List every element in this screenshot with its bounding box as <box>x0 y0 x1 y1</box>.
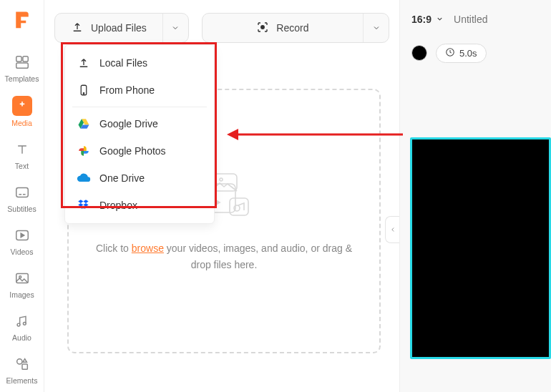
left-sidebar: Templates Media Text Subtitles Videos Im… <box>0 0 44 392</box>
sidebar-item-text[interactable]: Text <box>0 134 44 177</box>
audio-icon <box>13 312 31 330</box>
svg-rect-0 <box>16 57 21 62</box>
svg-point-9 <box>23 322 26 325</box>
project-title-input[interactable] <box>454 14 518 25</box>
browse-link[interactable]: browse <box>132 242 164 254</box>
text-icon <box>13 140 31 159</box>
record-dropdown-toggle[interactable] <box>363 14 389 42</box>
record-label: Record <box>276 22 308 34</box>
sidebar-item-label: Audio <box>12 333 31 342</box>
record-icon <box>256 21 269 36</box>
menu-item-one-drive[interactable]: One Drive <box>65 165 214 192</box>
onedrive-icon <box>77 171 91 185</box>
app-logo[interactable] <box>9 7 35 31</box>
menu-item-from-phone[interactable]: From Phone <box>65 77 214 104</box>
sidebar-item-label: Templates <box>5 74 39 83</box>
sidebar-item-media[interactable]: Media <box>0 90 44 134</box>
svg-rect-2 <box>16 63 28 68</box>
templates-icon <box>13 53 31 72</box>
preview-header: 16:9 <box>400 0 551 39</box>
record-button-group: Record <box>202 13 389 43</box>
svg-point-10 <box>16 359 21 364</box>
record-button[interactable]: Record <box>203 14 363 42</box>
videos-icon <box>13 226 31 245</box>
elements-icon <box>13 355 31 373</box>
menu-item-google-photos[interactable]: Google Photos <box>65 137 214 165</box>
menu-item-local-files[interactable]: Local Files <box>65 49 214 77</box>
sidebar-item-templates[interactable]: Templates <box>0 47 44 90</box>
sidebar-item-label: Images <box>9 290 34 299</box>
sidebar-item-audio[interactable]: Audio <box>0 306 44 349</box>
sidebar-item-label: Text <box>15 162 29 170</box>
sidebar-item-subtitles[interactable]: Subtitles <box>0 177 44 220</box>
duration-chip[interactable]: 5.0s <box>436 44 487 63</box>
upload-files-button[interactable]: Upload Files <box>55 14 162 42</box>
sidebar-item-elements[interactable]: Elements <box>0 349 44 392</box>
phone-icon <box>77 83 91 97</box>
google-photos-icon <box>77 144 91 158</box>
sidebar-item-label: Media <box>11 119 32 127</box>
clock-icon <box>445 47 455 59</box>
sidebar-item-images[interactable]: Images <box>0 263 44 306</box>
sidebar-item-label: Videos <box>11 248 34 256</box>
sidebar-item-videos[interactable]: Videos <box>0 220 44 263</box>
dropbox-icon <box>77 198 91 212</box>
images-icon <box>13 269 31 288</box>
media-toolbar: Upload Files Record <box>44 0 399 50</box>
svg-rect-1 <box>22 57 27 62</box>
upload-label: Upload Files <box>91 22 147 34</box>
svg-point-8 <box>17 323 20 326</box>
sidebar-item-label: Elements <box>6 376 38 385</box>
svg-point-15 <box>220 178 223 181</box>
preview-properties: 5.0s <box>400 39 551 67</box>
upload-source-menu: Local Files From Phone Google Drive Goog… <box>64 44 215 224</box>
menu-separator <box>72 107 207 107</box>
upload-icon <box>71 21 84 36</box>
upload-icon <box>77 56 91 70</box>
google-drive-icon <box>77 117 91 131</box>
panel-collapse-toggle[interactable] <box>385 216 399 243</box>
sidebar-item-label: Subtitles <box>7 205 36 213</box>
menu-item-google-drive[interactable]: Google Drive <box>65 110 214 137</box>
svg-point-12 <box>261 25 265 29</box>
subtitles-icon <box>13 183 31 202</box>
upload-dropdown-toggle[interactable] <box>162 14 188 42</box>
svg-rect-4 <box>16 188 28 197</box>
video-preview-canvas[interactable] <box>410 137 551 359</box>
svg-point-19 <box>83 93 84 94</box>
chevron-down-icon <box>436 14 444 25</box>
background-color-swatch[interactable] <box>411 45 427 61</box>
aspect-ratio-selector[interactable]: 16:9 <box>411 14 444 25</box>
media-icon <box>12 96 32 116</box>
upload-button-group: Upload Files <box>54 13 189 43</box>
dropzone-text: Click to browse your videos, images, and… <box>90 240 358 273</box>
svg-rect-11 <box>22 364 27 369</box>
menu-item-dropbox[interactable]: Dropbox <box>65 192 214 219</box>
